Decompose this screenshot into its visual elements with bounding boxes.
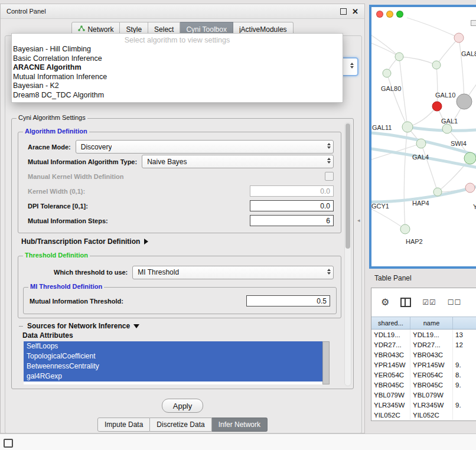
which-threshold-label: Which threshold to use: [54, 269, 128, 276]
network-node[interactable] [433, 188, 442, 196]
table-row[interactable]: YDL19...YDL19...13 [371, 330, 476, 340]
kernel-width-field[interactable]: 0.0 [250, 185, 334, 197]
show-panel-icon[interactable] [4, 439, 13, 448]
dropdown-item[interactable]: Dream8 DC_TDC Algorithm [12, 91, 343, 100]
list-item[interactable]: TopologicalCoefficient [24, 351, 322, 361]
algorithm-definition-group: Algorithm Definition Aracne Mode: Discov… [18, 132, 341, 233]
aracne-mode-select[interactable]: Discovery [76, 140, 334, 154]
table-body: YDL19...YDL19...13YDR27...YDR27...12YBR0… [371, 330, 476, 420]
network-node[interactable] [432, 102, 442, 111]
network-canvas[interactable]: GAL8GAL80GAL10GAL11GAL1SWI4GAL4GCY1HAP4H… [371, 7, 476, 266]
hub-definition-label: Hub/Transcription Factor Definition [21, 237, 140, 246]
column-header[interactable] [453, 317, 476, 329]
close-icon[interactable]: ✕ [352, 8, 358, 15]
list-item[interactable]: BetweennessCentrality [24, 361, 322, 371]
clear-all-checkboxes-icon[interactable]: ☐☐ [448, 298, 462, 306]
mi-steps-field[interactable]: 6 [250, 215, 334, 226]
zoom-traffic-icon[interactable] [396, 11, 403, 18]
network-node[interactable] [400, 224, 410, 234]
list-item[interactable]: SelfLoops [24, 341, 322, 351]
combo-arrows-icon [350, 63, 354, 69]
manual-kernel-checkbox[interactable] [325, 172, 334, 181]
table-cell: YPR145W [371, 360, 410, 370]
network-node[interactable] [395, 53, 403, 61]
table-header-row: shared... name [371, 317, 476, 330]
table-row[interactable]: YBR043CYBR043C [371, 350, 476, 360]
network-node[interactable] [464, 152, 476, 164]
tab-discretize-data[interactable]: Discretize Data [150, 418, 211, 432]
algorithm-dropdown-popup: Select algorithm to view settings Bayesi… [11, 33, 343, 103]
float-window-icon[interactable] [340, 8, 347, 15]
table-cell: YER054C [410, 370, 453, 380]
table-cell: 8. [453, 370, 476, 380]
columns-icon[interactable] [400, 298, 411, 307]
column-header[interactable]: name [410, 317, 453, 329]
settings-scrollbar[interactable] [344, 122, 351, 386]
panel-resize-grip[interactable]: ◂ [357, 218, 360, 223]
network-node[interactable] [402, 122, 413, 132]
minimize-traffic-icon[interactable] [386, 11, 393, 18]
apply-button[interactable]: Apply [162, 399, 203, 413]
network-edge[interactable] [371, 40, 399, 57]
table-cell: YDL19... [371, 330, 410, 340]
combo-arrows-icon [327, 143, 331, 149]
close-traffic-icon[interactable] [376, 11, 383, 18]
network-edge[interactable] [436, 38, 459, 65]
node-label: HAP2 [406, 238, 423, 245]
table-cell: YPR145W [410, 360, 453, 370]
mi-algo-type-select[interactable]: Naive Bayes [142, 155, 334, 168]
table-row[interactable]: YIL052CYIL052C [371, 410, 476, 420]
table-row[interactable]: YPR145WYPR145W9. [371, 360, 476, 370]
list-scrollbar[interactable] [322, 341, 330, 384]
network-edge[interactable] [421, 144, 438, 192]
network-node[interactable] [465, 183, 475, 193]
sources-expander[interactable]: Sources for Network Inference [19, 322, 139, 330]
column-header[interactable]: shared... [371, 317, 410, 329]
network-node[interactable] [432, 61, 441, 69]
network-node[interactable] [457, 94, 472, 109]
control-panel-titlebar: Control Panel ✕ [1, 4, 364, 19]
network-node[interactable] [416, 139, 426, 148]
settings-gear-icon[interactable]: ⚙ [381, 298, 389, 307]
network-node[interactable] [454, 33, 464, 43]
dropdown-item-selected[interactable]: ARACNE Algorithm [12, 63, 343, 73]
network-view-window[interactable]: GAL8GAL80GAL10GAL11GAL1SWI4GAL4GCY1HAP4H… [369, 5, 476, 269]
cyni-settings-group: Cyni Algorithm Settings Algorithm Defini… [11, 118, 354, 389]
table-row[interactable]: YBL079WYBL079W [371, 390, 476, 400]
network-edge[interactable] [404, 127, 407, 229]
network-edge[interactable] [371, 31, 399, 57]
table-panel-window: ⚙ ☑☑ ☐☐ shared... name YDL19...YDL19...1… [371, 288, 476, 421]
tab-impute-data[interactable]: Impute Data [97, 418, 150, 432]
dropdown-item[interactable]: Basic Correlation Inference [12, 54, 343, 64]
view-toggle-icon[interactable] [471, 20, 476, 26]
dropdown-item[interactable]: Bayesian - K2 [12, 81, 343, 91]
dpi-tolerance-field[interactable]: 0.0 [250, 200, 334, 211]
network-edge[interactable] [399, 57, 436, 65]
tab-label: Network [87, 25, 113, 34]
tab-infer-network[interactable]: Infer Network [212, 418, 268, 432]
table-row[interactable]: YLR345WYLR345W9. [371, 400, 476, 410]
network-edge[interactable] [436, 65, 438, 106]
list-item[interactable]: gal4RGexp [24, 371, 322, 381]
table-row[interactable]: YBR045CYBR045C9. [371, 380, 476, 390]
table-row[interactable]: YER054CYER054C8. [371, 370, 476, 380]
network-edge[interactable] [459, 38, 464, 102]
mi-threshold-field[interactable]: 0.5 [246, 295, 330, 306]
network-edge[interactable] [407, 18, 459, 38]
dropdown-item[interactable]: Bayesian - Hill Climbing [12, 45, 343, 54]
hub-definition-expander[interactable]: Hub/Transcription Factor Definition [21, 237, 148, 246]
network-edge[interactable] [407, 127, 476, 131]
network-node[interactable] [383, 69, 391, 77]
tab-label: Style [126, 25, 142, 34]
scrollbar-thumb[interactable] [345, 123, 350, 249]
node-label: GAL10 [435, 92, 455, 99]
dropdown-item[interactable]: Mutual Information Inference [12, 73, 343, 82]
bottom-tabbar: Impute Data Discretize Data Infer Networ… [97, 418, 268, 432]
table-row[interactable]: YDR27...YDR27...12 [371, 340, 476, 350]
network-node[interactable] [442, 124, 452, 133]
node-label: GAL8 [461, 50, 476, 57]
kernel-width-label: Kernel Width (0,1): [28, 188, 85, 195]
which-threshold-select[interactable]: MI Threshold [132, 266, 334, 279]
select-all-checkboxes-icon[interactable]: ☑☑ [422, 298, 436, 306]
tab-label: Select [154, 25, 174, 34]
